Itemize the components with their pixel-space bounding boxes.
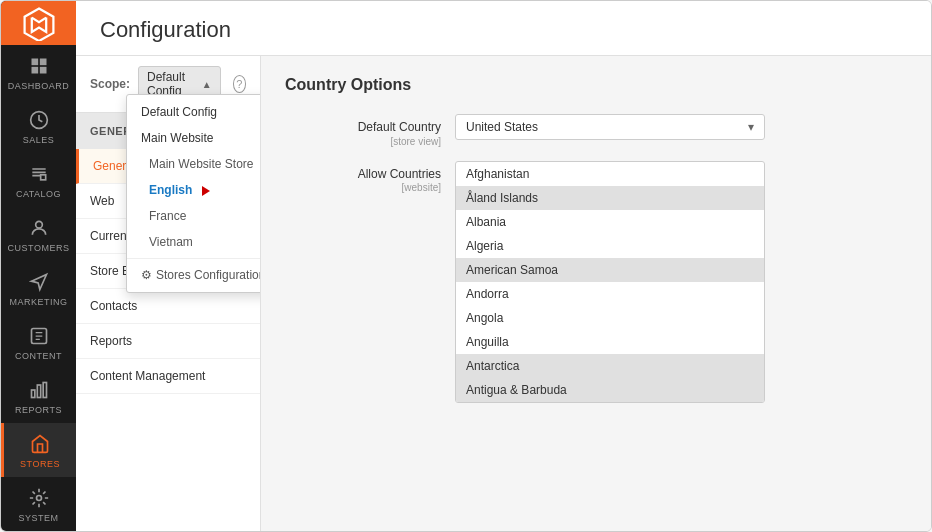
customers-icon: [28, 217, 50, 239]
left-nav: Scope: Default Config ▲ ? Default Config…: [76, 56, 261, 531]
country-item-algeria[interactable]: Algeria: [456, 234, 764, 258]
svg-rect-1: [31, 59, 38, 66]
svg-rect-9: [31, 390, 34, 398]
sidebar-item-sales[interactable]: SALES: [1, 99, 76, 153]
stores-icon: [29, 433, 51, 455]
country-item-albania[interactable]: Albania: [456, 210, 764, 234]
sidebar-item-label: STORES: [20, 459, 60, 469]
sidebar-item-stores[interactable]: STORES: [1, 423, 76, 477]
scope-dropdown: Default Config Main Website Main Website…: [126, 94, 261, 293]
svg-point-7: [35, 221, 42, 228]
dropdown-divider: [127, 258, 261, 259]
svg-rect-10: [37, 385, 40, 398]
default-country-value: United States: [466, 120, 538, 134]
country-item-afghanistan[interactable]: Afghanistan: [456, 162, 764, 186]
catalog-icon: [28, 163, 50, 185]
country-item-angola[interactable]: Angola: [456, 306, 764, 330]
dropdown-item-stores-config[interactable]: ⚙ Stores Configuration: [127, 262, 261, 288]
country-options-title: Country Options: [285, 76, 907, 94]
dropdown-item-main-website[interactable]: Main Website: [127, 125, 261, 151]
default-country-label: Default Country: [285, 120, 441, 136]
sidebar-item-label: MARKETING: [9, 297, 67, 307]
svg-rect-3: [31, 67, 38, 74]
dropdown-item-vietnam[interactable]: Vietnam: [127, 229, 261, 255]
sidebar-item-reports[interactable]: REPORTS: [1, 369, 76, 423]
sidebar-item-label: CUSTOMERS: [8, 243, 70, 253]
countries-listbox[interactable]: Afghanistan Åland Islands Albania Algeri…: [455, 161, 765, 403]
country-item-antigua-barbuda[interactable]: Antigua & Barbuda: [456, 378, 764, 402]
nav-item-content-mgmt[interactable]: Content Management: [76, 359, 260, 394]
marketing-icon: [28, 271, 50, 293]
country-item-american-samoa[interactable]: American Samoa: [456, 258, 764, 282]
sidebar: DASHBOARD SALES CATALOG CUSTOMERS: [1, 1, 76, 531]
main-content: Configuration Scope: Default Config ▲ ? …: [76, 1, 931, 531]
arrow-pointing-icon: [202, 186, 210, 196]
help-icon[interactable]: ?: [233, 75, 246, 93]
sidebar-item-label: REPORTS: [15, 405, 62, 415]
sidebar-item-label: CONTENT: [15, 351, 62, 361]
page-header: Configuration: [76, 1, 931, 56]
svg-rect-4: [39, 67, 46, 74]
select-caret-icon: ▾: [748, 120, 754, 134]
dropdown-item-france[interactable]: France: [127, 203, 261, 229]
default-country-control: United States ▾: [455, 114, 907, 140]
svg-rect-11: [43, 383, 46, 398]
default-country-sublabel: [store view]: [285, 136, 441, 147]
sidebar-item-customers[interactable]: CUSTOMERS: [1, 207, 76, 261]
country-item-andorra[interactable]: Andorra: [456, 282, 764, 306]
sidebar-item-label: DASHBOARD: [8, 81, 70, 91]
dropdown-item-default-config[interactable]: Default Config: [127, 99, 261, 125]
system-icon: [28, 487, 50, 509]
default-country-select[interactable]: United States ▾: [455, 114, 765, 140]
dashboard-icon: [28, 55, 50, 77]
default-country-label-group: Default Country [store view]: [285, 114, 455, 147]
reports-icon: [28, 379, 50, 401]
content-icon: [28, 325, 50, 347]
dropdown-item-english[interactable]: English: [127, 177, 261, 203]
nav-item-contacts[interactable]: Contacts: [76, 289, 260, 324]
sidebar-item-label: CATALOG: [16, 189, 61, 199]
right-content: Country Options Default Country [store v…: [261, 56, 931, 531]
svg-rect-6: [40, 175, 45, 180]
sidebar-item-label: SYSTEM: [18, 513, 58, 523]
allow-countries-control: Afghanistan Åland Islands Albania Algeri…: [455, 161, 907, 403]
content-area: Scope: Default Config ▲ ? Default Config…: [76, 56, 931, 531]
app-wrapper: DASHBOARD SALES CATALOG CUSTOMERS: [0, 0, 932, 532]
allow-countries-label: Allow Countries: [285, 167, 441, 183]
sidebar-item-label: SALES: [23, 135, 55, 145]
magento-logo-icon: [21, 5, 57, 41]
sales-icon: [28, 109, 50, 131]
svg-point-12: [36, 496, 41, 501]
allow-countries-sublabel: [website]: [285, 182, 441, 193]
dropdown-item-main-website-store[interactable]: Main Website Store: [127, 151, 261, 177]
scope-label: Scope:: [90, 77, 130, 91]
sidebar-item-dashboard[interactable]: DASHBOARD: [1, 45, 76, 99]
country-item-antarctica[interactable]: Antarctica: [456, 354, 764, 378]
nav-item-reports[interactable]: Reports: [76, 324, 260, 359]
scope-arrow-icon: ▲: [202, 79, 212, 90]
svg-rect-2: [39, 59, 46, 66]
allow-countries-label-group: Allow Countries [website]: [285, 161, 455, 194]
svg-marker-0: [24, 9, 53, 41]
sidebar-item-content[interactable]: CONTENT: [1, 315, 76, 369]
sidebar-item-system[interactable]: SYSTEM: [1, 477, 76, 531]
country-item-anguilla[interactable]: Anguilla: [456, 330, 764, 354]
scope-bar: Scope: Default Config ▲ ? Default Config…: [76, 56, 260, 113]
allow-countries-row: Allow Countries [website] Afghanistan Ål…: [285, 161, 907, 403]
sidebar-logo[interactable]: [1, 1, 76, 45]
gear-icon: ⚙: [141, 268, 152, 282]
sidebar-item-catalog[interactable]: CATALOG: [1, 153, 76, 207]
page-title: Configuration: [100, 17, 907, 43]
default-country-row: Default Country [store view] United Stat…: [285, 114, 907, 147]
country-item-aland-islands[interactable]: Åland Islands: [456, 186, 764, 210]
sidebar-item-marketing[interactable]: MARKETING: [1, 261, 76, 315]
